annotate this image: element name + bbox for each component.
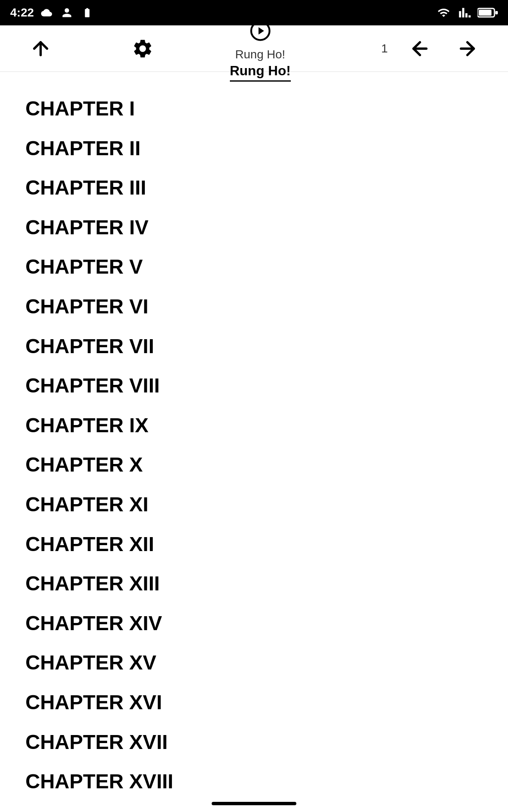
toolbar-center: Rung Ho! Rung Ho! (230, 16, 291, 82)
bottom-bar (0, 795, 508, 812)
chapter-item[interactable]: CHAPTER III (25, 168, 483, 208)
signal-icon (456, 6, 473, 19)
back-button[interactable] (405, 33, 435, 64)
content-area: CHAPTER ICHAPTER IICHAPTER IIICHAPTER IV… (0, 72, 508, 812)
svg-marker-5 (258, 27, 264, 34)
play-button[interactable] (245, 16, 276, 46)
chapter-item[interactable]: CHAPTER II (25, 129, 483, 168)
chapter-item[interactable]: CHAPTER X (25, 445, 483, 485)
svg-rect-1 (479, 10, 491, 16)
wifi-icon (435, 6, 452, 19)
chapter-item[interactable]: CHAPTER VI (25, 287, 483, 326)
chapter-item[interactable]: CHAPTER XI (25, 485, 483, 524)
battery-status-icon (80, 7, 95, 18)
svg-rect-2 (495, 11, 498, 14)
forward-button[interactable] (452, 33, 483, 64)
chapter-item[interactable]: CHAPTER XV (25, 643, 483, 683)
cloud-icon (39, 7, 54, 18)
toolbar: Rung Ho! Rung Ho! 1 (0, 25, 508, 72)
settings-button[interactable] (127, 33, 158, 64)
chapter-item[interactable]: CHAPTER VII (25, 326, 483, 366)
person-icon (59, 7, 75, 18)
chapter-item[interactable]: CHAPTER IX (25, 406, 483, 445)
book-title: Rung Ho! (235, 48, 285, 61)
chapter-item[interactable]: CHAPTER IV (25, 208, 483, 247)
status-bar-left: 4:22 (10, 6, 95, 19)
chapter-item[interactable]: CHAPTER XVI (25, 683, 483, 722)
chapter-item[interactable]: CHAPTER VIII (25, 366, 483, 406)
chapter-item[interactable]: CHAPTER V (25, 247, 483, 287)
time-display: 4:22 (10, 6, 34, 19)
page-number: 1 (362, 42, 388, 55)
chapter-item[interactable]: CHAPTER XIII (25, 564, 483, 604)
chapter-item[interactable]: CHAPTER XII (25, 524, 483, 564)
chapter-item[interactable]: CHAPTER I (25, 89, 483, 129)
chapter-item[interactable]: CHAPTER XVII (25, 722, 483, 762)
up-button[interactable] (25, 33, 56, 64)
battery-icon (478, 6, 498, 19)
status-bar-right (435, 6, 498, 19)
chapter-list: CHAPTER ICHAPTER IICHAPTER IIICHAPTER IV… (25, 89, 483, 812)
home-indicator (212, 802, 296, 805)
chapter-item[interactable]: CHAPTER XIV (25, 604, 483, 643)
book-subtitle: Rung Ho! (230, 63, 291, 82)
